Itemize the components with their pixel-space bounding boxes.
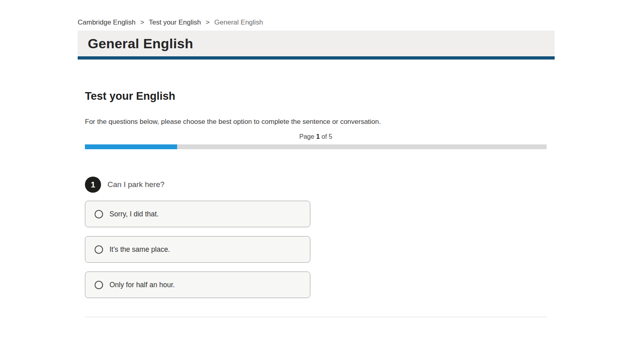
answer-options: Sorry, I did that. It's the same place. …: [85, 201, 310, 298]
breadcrumb-separator-icon: >: [206, 19, 210, 26]
page-indicator-total: 5: [329, 133, 332, 140]
answer-option-1[interactable]: Sorry, I did that.: [85, 201, 310, 227]
answer-option-2[interactable]: It's the same place.: [85, 236, 310, 263]
answer-option-3[interactable]: Only for half an hour.: [85, 272, 310, 298]
answer-option-3-label: Only for half an hour.: [109, 281, 175, 289]
quiz-heading: Test your English: [85, 90, 547, 103]
question-row: 1 Can I park here?: [85, 177, 547, 193]
page-indicator: Page 1 of 5: [85, 133, 547, 140]
quiz-instruction: For the questions below, please choose t…: [85, 118, 547, 126]
page-title: General English: [78, 36, 193, 51]
breadcrumb-item-test-your-english[interactable]: Test your English: [149, 19, 201, 26]
question-text: Can I park here?: [107, 180, 165, 189]
page-container: Cambridge English > Test your English > …: [78, 0, 555, 317]
breadcrumb-separator-icon: >: [140, 19, 144, 26]
radio-button-icon[interactable]: [95, 210, 103, 218]
page-indicator-middle: of: [322, 133, 327, 140]
progress-bar-track: [85, 144, 547, 149]
question-number-badge: 1: [85, 177, 101, 193]
answer-option-2-label: It's the same place.: [109, 245, 170, 254]
breadcrumb-item-cambridge-english[interactable]: Cambridge English: [78, 19, 136, 26]
page-indicator-prefix: Page: [299, 133, 314, 140]
answer-option-1-label: Sorry, I did that.: [109, 210, 159, 218]
breadcrumb: Cambridge English > Test your English > …: [78, 0, 555, 27]
page-indicator-current: 1: [316, 133, 320, 140]
breadcrumb-item-general-english: General English: [215, 19, 263, 26]
radio-button-icon[interactable]: [95, 245, 103, 254]
dotted-divider: [85, 317, 547, 317]
page-header-banner: General English: [78, 31, 555, 60]
quiz-main: Test your English For the questions belo…: [85, 90, 547, 317]
radio-button-icon[interactable]: [95, 281, 103, 289]
progress-bar-fill: [85, 144, 177, 149]
